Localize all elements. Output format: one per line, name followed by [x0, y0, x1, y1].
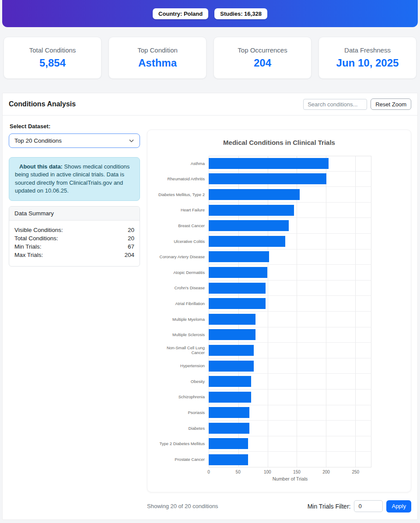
x-axis-tick: 100 [264, 470, 271, 474]
chart-row: Diabetes [156, 421, 371, 436]
search-input[interactable] [303, 99, 367, 110]
header-banner: Country: Poland Studies: 16,328 [2, 0, 418, 27]
chart-bar-track [209, 249, 371, 265]
chart-bar[interactable] [209, 407, 249, 418]
chart-bar-track [209, 156, 371, 172]
chart-bar[interactable] [209, 423, 249, 434]
chart-bar[interactable] [209, 392, 251, 403]
chart-category-label: Psoriasis [156, 411, 209, 415]
summary-value: 20 [128, 235, 134, 242]
min-trials-input[interactable] [354, 500, 383, 512]
chart-bar-track [209, 187, 371, 203]
chart-bar[interactable] [209, 314, 256, 325]
stat-card-total-conditions: Total Conditions 5,854 [4, 37, 102, 79]
chart-bar[interactable] [209, 361, 254, 372]
dataset-selected-value: Top 20 Conditions [14, 137, 62, 144]
panel-body: Select Dataset: Top 20 Conditions About … [3, 116, 417, 498]
stat-value: Asthma [138, 57, 177, 69]
chart-bar-track [209, 390, 371, 405]
chevron-down-icon [129, 138, 134, 144]
stat-card-data-freshness: Data Freshness Jun 10, 2025 [318, 37, 416, 79]
chart-category-label: Hypertension [156, 364, 209, 368]
x-axis-tick: 200 [322, 470, 330, 474]
stat-label: Data Freshness [344, 46, 391, 54]
dataset-label: Select Dataset: [10, 123, 140, 130]
x-axis-title: Number of Trials [209, 476, 371, 481]
studies-badge: Studies: 16,328 [214, 8, 267, 19]
panel-footer: Showing 20 of 20 conditions Min Trials F… [3, 498, 417, 519]
chart-title: Medical Conditions in Clinical Trials [156, 139, 402, 146]
chart-bar-track [209, 343, 371, 358]
apply-button[interactable]: Apply [386, 500, 411, 512]
chart-category-label: Asthma [156, 161, 209, 166]
chart-bar-track [209, 327, 371, 343]
chart-row: Coronary Artery Disease [156, 249, 371, 265]
chart-row: Crohn's Disease [156, 281, 371, 296]
chart-bar[interactable] [209, 376, 251, 387]
summary-label: Max Trials: [14, 252, 43, 258]
about-data-note: About this data: Shows medical condition… [9, 157, 140, 201]
chart-bar-track [209, 281, 371, 296]
chart-row: Atopic Dermatitis [156, 265, 371, 281]
chart-category-label: Rheumatoid Arthritis [156, 177, 209, 181]
dataset-select[interactable]: Top 20 Conditions [9, 133, 140, 148]
chart-row: Heart Failure [156, 203, 371, 218]
chart-bar-track [209, 234, 371, 249]
chart-bar[interactable] [209, 454, 248, 465]
summary-value: 67 [128, 243, 134, 250]
min-trials-filter-label: Min Trials Filter: [308, 503, 351, 510]
chart-card: Medical Conditions in Clinical Trials As… [147, 130, 411, 492]
chart-bar-track [209, 203, 371, 218]
chart-bar[interactable] [209, 158, 329, 169]
chart-row: Schizophrenia [156, 390, 371, 405]
chart-bar[interactable] [209, 283, 266, 294]
chart-category-label: Schizophrenia [156, 395, 209, 399]
chart-category-label: Non-Small Cell Lung Cancer [156, 346, 209, 355]
panel-tools: Reset Zoom [303, 98, 411, 110]
data-summary-card: Data Summary Visible Conditions: 20 Tota… [9, 206, 140, 267]
chart-bar[interactable] [209, 220, 289, 231]
chart-bar[interactable] [209, 438, 248, 449]
summary-value: 20 [128, 227, 134, 233]
chart-row: Rheumatoid Arthritis [156, 172, 371, 187]
page-title: Conditions Analysis [9, 100, 76, 108]
chart-bar-track [209, 218, 371, 234]
stat-card-top-occurrences: Top Occurrences 204 [214, 37, 312, 79]
chart-category-label: Crohn's Disease [156, 286, 209, 290]
chart-row: Asthma [156, 156, 371, 172]
chart-bar[interactable] [209, 329, 256, 340]
chart-category-label: Breast Cancer [156, 224, 209, 228]
stat-label: Top Condition [137, 46, 178, 54]
conditions-analysis-panel: Conditions Analysis Reset Zoom Select Da… [2, 93, 418, 520]
chart-bar-track [209, 312, 371, 327]
chart-bar[interactable] [209, 345, 254, 356]
summary-label: Total Conditions: [14, 235, 58, 242]
chart-bar[interactable] [209, 298, 266, 309]
chart-bar-track [209, 374, 371, 390]
stat-value: 5,854 [39, 57, 66, 69]
chart-bar[interactable] [209, 236, 285, 247]
reset-zoom-button[interactable]: Reset Zoom [371, 98, 411, 110]
chart-bar-track [209, 405, 371, 421]
summary-value: 204 [124, 252, 134, 258]
chart-row: Atrial Fibrillation [156, 296, 371, 312]
chart-row: Obesity [156, 374, 371, 390]
chart-bar[interactable] [209, 173, 326, 184]
chart-row: Multiple Myeloma [156, 312, 371, 327]
chart-bar-track [209, 296, 371, 312]
chart-bar[interactable] [209, 251, 269, 262]
chart-category-label: Type 2 Diabetes Mellitus [156, 442, 209, 446]
chart-bar-track [209, 421, 371, 436]
min-trials-filter-group: Min Trials Filter: Apply [308, 500, 411, 512]
sidebar: Select Dataset: Top 20 Conditions About … [9, 122, 140, 492]
chart-category-label: Prostate Cancer [156, 457, 209, 462]
summary-row-max: Max Trials: 204 [14, 252, 134, 258]
chart-bar[interactable] [209, 267, 267, 278]
x-axis-tick: 0 [207, 470, 210, 474]
stat-value: 204 [254, 57, 271, 69]
summary-label: Min Trials: [14, 243, 42, 250]
chart-bar[interactable] [209, 189, 300, 200]
chart-bar[interactable] [209, 205, 294, 216]
bar-chart: AsthmaRheumatoid ArthritisDiabetes Melli… [156, 156, 371, 467]
chart-category-label: Obesity [156, 379, 209, 384]
